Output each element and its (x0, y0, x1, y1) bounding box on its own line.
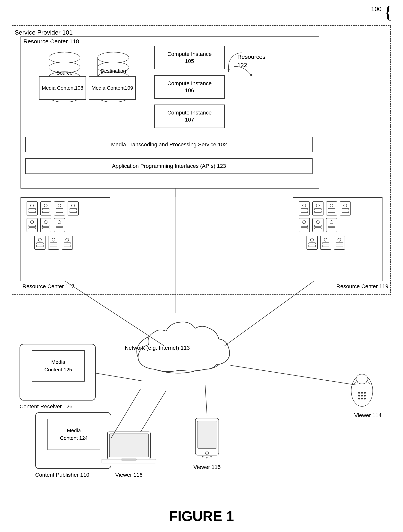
media-content-125-box: Media Content 125 (32, 350, 85, 381)
svg-point-105 (358, 395, 360, 397)
resource-center-119-box (293, 197, 383, 281)
page-container: 100 } Service Provider 101 Resource Cent… (0, 0, 403, 532)
ref-number-100: 100 (371, 6, 382, 13)
svg-point-103 (361, 392, 363, 394)
media-content-108-box: Media Content108 (39, 76, 86, 100)
svg-point-119 (206, 457, 208, 459)
svg-text:Network (e.g. Internet) 113: Network (e.g. Internet) 113 (125, 345, 190, 351)
svg-point-102 (358, 392, 360, 394)
server-cluster-119-icon (293, 198, 375, 264)
network-cloud: Network (e.g. Internet) 113 (123, 309, 240, 384)
compute-instance-105: Compute Instance 105 (154, 46, 225, 69)
resource-center-119-label: Resource Center 119 (336, 283, 388, 290)
resources-arrow-icon (227, 51, 246, 74)
compute-instance-107: Compute Instance 107 (154, 105, 225, 128)
svg-point-1 (49, 52, 80, 63)
resource-center-118-label: Resource Center 118 (23, 38, 79, 45)
media-content-109-box: Media Content109 (89, 76, 136, 100)
media-content-124-box: Media Content 124 (47, 419, 100, 450)
svg-point-106 (361, 395, 363, 397)
viewer-116-label: Viewer 116 (115, 472, 143, 478)
svg-point-104 (364, 392, 366, 394)
server-cluster-117-icon (21, 198, 103, 264)
svg-point-99 (356, 374, 368, 384)
svg-point-6 (98, 52, 129, 63)
svg-line-127 (205, 385, 207, 416)
viewer-114-icon (346, 371, 378, 411)
svg-rect-112 (109, 434, 148, 457)
viewer-116-icon (101, 430, 156, 470)
svg-line-126 (141, 391, 166, 432)
resource-center-117-label: Resource Center 117 (22, 283, 75, 290)
compute-instance-106: Compute Instance 106 (154, 75, 225, 99)
viewer-115-icon (191, 416, 223, 462)
svg-rect-116 (197, 421, 217, 448)
svg-point-118 (202, 456, 204, 458)
svg-point-108 (358, 398, 360, 399)
apis-bar: Application Programming Interfaces (APIs… (25, 158, 313, 174)
viewer-115-label: Viewer 115 (193, 464, 221, 470)
svg-line-128 (231, 365, 356, 385)
svg-rect-114 (121, 459, 137, 460)
content-receiver-box: Media Content 125 (19, 344, 96, 400)
svg-point-120 (210, 456, 212, 458)
svg-point-107 (364, 395, 366, 397)
media-transcoding-bar: Media Transcoding and Processing Service… (25, 137, 313, 152)
viewer-114-label: Viewer 114 (354, 412, 382, 418)
brace-icon: } (384, 4, 392, 21)
resource-center-117-box (20, 197, 110, 281)
svg-marker-10 (227, 69, 230, 72)
content-publisher-label: Content Publisher 110 (35, 472, 89, 478)
content-receiver-label: Content Receiver 126 (19, 403, 72, 410)
svg-point-109 (361, 398, 363, 399)
svg-point-110 (364, 398, 366, 399)
service-provider-label: Service Provider 101 (15, 29, 73, 36)
figure-label: FIGURE 1 (169, 508, 234, 524)
content-publisher-box: Media Content 124 (35, 412, 111, 469)
